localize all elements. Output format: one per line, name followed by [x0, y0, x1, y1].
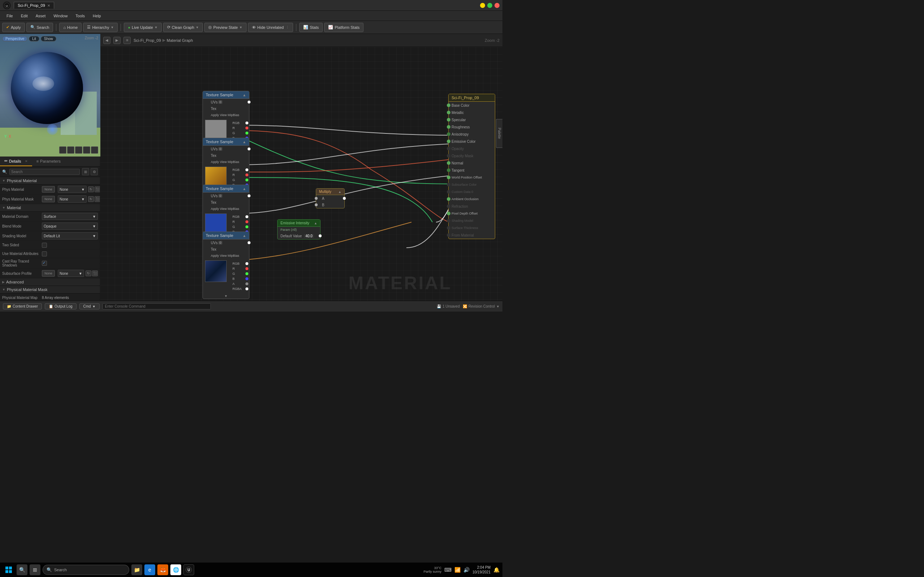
- close-button[interactable]: [494, 3, 499, 8]
- menu-help[interactable]: Help: [89, 13, 105, 19]
- vp-icon1[interactable]: [59, 147, 66, 154]
- r-out-1[interactable]: [246, 127, 248, 129]
- multiply-a-in[interactable]: [315, 197, 318, 200]
- world-pos-dot[interactable]: [447, 176, 451, 179]
- platform-stats-button[interactable]: 📈 Platform Stats: [324, 23, 363, 32]
- r-out-3[interactable]: [246, 220, 248, 223]
- menu-edit[interactable]: Edit: [17, 13, 31, 19]
- preview-state-button[interactable]: ◎ Preview State ▼: [204, 23, 247, 32]
- shading-model-select[interactable]: Default Lit▼: [42, 232, 98, 239]
- vp-icon3[interactable]: [75, 147, 82, 154]
- subsurface-color-dot[interactable]: [447, 183, 451, 187]
- collapse-btn-4[interactable]: ▲: [242, 234, 246, 238]
- stats-button[interactable]: 📊 Stats: [299, 23, 323, 32]
- from-material-dot[interactable]: [447, 233, 451, 237]
- revision-control[interactable]: 🔀 Revision Control ▼: [463, 305, 499, 308]
- vp-icon4[interactable]: [83, 147, 90, 154]
- output-log-button[interactable]: 📋 Output Log: [45, 303, 76, 309]
- uvs-out[interactable]: [247, 101, 250, 103]
- hierarchy-button[interactable]: ☰ Hierarchy ▼: [83, 23, 118, 32]
- phys-mat-select[interactable]: None▼: [58, 186, 87, 193]
- clean-graph-button[interactable]: ⟳ Clean Graph ▼: [163, 23, 203, 32]
- clear-subsurface[interactable]: ⬛: [92, 271, 98, 276]
- tab-details[interactable]: ✏ Details ✕: [0, 156, 32, 166]
- nav-back[interactable]: ◀: [103, 37, 110, 44]
- section-material[interactable]: ▼ Material: [0, 204, 100, 212]
- cmd-button[interactable]: Cmd ▼: [79, 303, 100, 309]
- apply-button[interactable]: ✔ Apply: [2, 23, 25, 32]
- multiply-b-in[interactable]: [315, 203, 318, 206]
- two-sided-checkbox[interactable]: [42, 243, 47, 248]
- rgb-out-4[interactable]: [246, 262, 248, 265]
- uvs-out-3[interactable]: [247, 194, 250, 197]
- show-tag[interactable]: Show: [41, 36, 56, 42]
- lit-tag[interactable]: Lit: [29, 36, 39, 42]
- surface-thickness-dot[interactable]: [447, 226, 451, 230]
- specular-dot[interactable]: [447, 118, 451, 121]
- shading-model-slot-dot[interactable]: [447, 219, 451, 222]
- a-out-4[interactable]: [246, 282, 248, 285]
- rgb-out-1[interactable]: [246, 121, 248, 124]
- b-out-4[interactable]: [246, 277, 248, 280]
- emissive-out[interactable]: [319, 234, 321, 237]
- use-material-attrs-checkbox[interactable]: [42, 251, 47, 256]
- console-input[interactable]: [102, 303, 211, 309]
- graph-area[interactable]: Texture Sample ▲ UVs 0 Tex Apply View Mi…: [100, 47, 502, 301]
- material-domain-select[interactable]: Surface▼: [42, 213, 98, 220]
- custom-data-dot[interactable]: [447, 190, 451, 193]
- palette-tab[interactable]: Palette: [496, 119, 502, 148]
- tab-details-close[interactable]: ✕: [25, 160, 28, 163]
- anisotropy-dot[interactable]: [447, 132, 451, 136]
- r-out-4[interactable]: [246, 267, 248, 270]
- metallic-dot[interactable]: [447, 111, 451, 114]
- tab-close[interactable]: ✕: [47, 3, 50, 8]
- refraction-dot[interactable]: [447, 205, 451, 208]
- vp-icon5[interactable]: [91, 147, 98, 154]
- uvs-out-4[interactable]: [247, 241, 250, 244]
- rgb-out-2[interactable]: [246, 168, 248, 171]
- details-search-input[interactable]: [10, 169, 80, 175]
- r-out-2[interactable]: [246, 174, 248, 176]
- cast-ray-checkbox[interactable]: [42, 261, 47, 266]
- roughness-dot[interactable]: [447, 125, 451, 129]
- collapse-btn-3[interactable]: ▲: [242, 187, 246, 191]
- subsurface-select[interactable]: None▼: [58, 270, 84, 277]
- section-physical-material-mask[interactable]: ▼ Physical Material Mask: [0, 286, 100, 293]
- breadcrumb-root[interactable]: Sci-Fi_Prop_09: [134, 38, 161, 43]
- blend-mode-select[interactable]: Opaque▼: [42, 222, 98, 230]
- rgba-out-4[interactable]: [246, 287, 248, 290]
- vp-icon2[interactable]: [67, 147, 74, 154]
- browse-phys-mat[interactable]: ↻: [88, 187, 94, 192]
- uvs-out-2[interactable]: [247, 148, 250, 150]
- emissive-color-dot[interactable]: [447, 140, 451, 143]
- minimize-button[interactable]: [480, 3, 485, 8]
- rgb-out-3[interactable]: [246, 215, 248, 218]
- emissive-collapse[interactable]: ▲: [314, 221, 317, 225]
- multiply-collapse[interactable]: ▲: [338, 190, 341, 193]
- section-advanced[interactable]: ▶ Advanced: [0, 279, 100, 286]
- home-button[interactable]: ⌂ Home: [59, 23, 82, 32]
- menu-window[interactable]: Window: [50, 13, 71, 19]
- pixel-depth-dot[interactable]: [447, 212, 451, 215]
- hide-unrelated-button[interactable]: 👁 Hide Unrelated ⋮: [248, 23, 293, 32]
- g-out-4[interactable]: [246, 272, 248, 275]
- ao-dot[interactable]: [447, 197, 451, 201]
- perspective-tag[interactable]: Perspective: [2, 36, 27, 42]
- main-tab[interactable]: Sci-Fi_Prop_09 ✕: [14, 2, 54, 9]
- browse-phys-mat-mask[interactable]: ↻: [88, 196, 94, 202]
- content-drawer-button[interactable]: 📁 Content Drawer: [3, 303, 42, 309]
- multiply-out[interactable]: [343, 197, 346, 200]
- clear-phys-mat[interactable]: ⬛: [95, 187, 100, 192]
- search-button[interactable]: 🔍 Search: [26, 23, 53, 32]
- g-out-3[interactable]: [246, 226, 248, 228]
- maximize-button[interactable]: [487, 3, 492, 8]
- breadcrumb-child[interactable]: Material Graph: [167, 38, 193, 43]
- normal-dot[interactable]: [447, 161, 451, 165]
- g-out-2[interactable]: [246, 179, 248, 181]
- g-out-1[interactable]: [246, 132, 248, 134]
- opacity-mask-dot[interactable]: [447, 154, 451, 158]
- clear-phys-mat-mask[interactable]: ⬛: [95, 196, 100, 202]
- grid-button[interactable]: ⊞: [123, 37, 131, 44]
- viewport[interactable]: Perspective Lit Show Zoom -2 Y X: [0, 34, 100, 156]
- tab-parameters[interactable]: ≡ Parameters: [32, 156, 65, 166]
